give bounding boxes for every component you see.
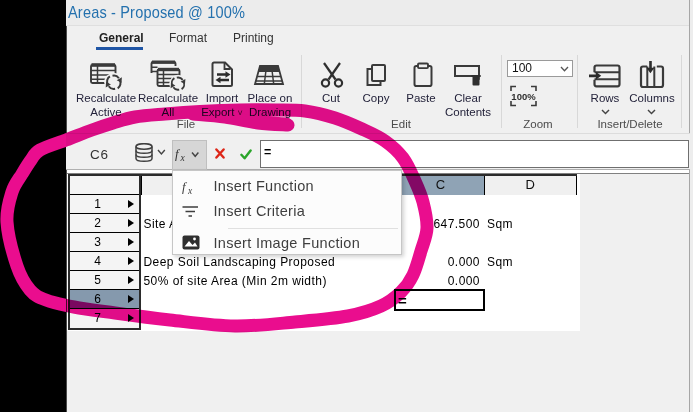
svg-text:x: x <box>187 185 193 194</box>
svg-text:100%: 100% <box>511 91 536 102</box>
svg-text:x: x <box>180 153 186 163</box>
